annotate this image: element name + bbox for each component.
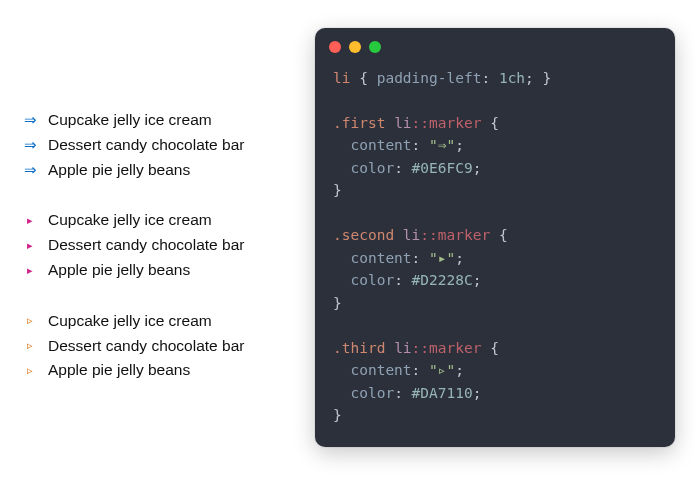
code-window: li { padding-left: 1ch; } .first li::mar…: [315, 28, 675, 447]
maximize-icon[interactable]: [369, 41, 381, 53]
rendered-lists: ⇒Cupcake jelly ice cream ⇒Dessert candy …: [22, 28, 292, 476]
list-item-label: Apple pie jelly beans: [48, 358, 190, 383]
list-item: ▸Apple pie jelly beans: [22, 258, 292, 283]
list-item: ▸Cupcake jelly ice cream: [22, 208, 292, 233]
list-item: ▹Dessert candy chocolate bar: [22, 334, 292, 359]
code-token-prop: content: [350, 250, 411, 266]
code-token-value: 1ch: [499, 70, 525, 86]
list-item: ⇒Cupcake jelly ice cream: [22, 108, 292, 133]
close-icon[interactable]: [329, 41, 341, 53]
code-token-prop: content: [350, 137, 411, 153]
list-item-label: Cupcake jelly ice cream: [48, 108, 212, 133]
list-item-label: Dessert candy chocolate bar: [48, 334, 244, 359]
code-token-selector: li: [403, 227, 420, 243]
code-token-value: #0E6FC9: [412, 160, 473, 176]
list-second: ▸Cupcake jelly ice cream ▸Dessert candy …: [22, 208, 292, 282]
code-token-selector: .third: [333, 340, 385, 356]
arrow-icon: ⇒: [22, 158, 38, 182]
code-token-selector: .first: [333, 115, 385, 131]
list-item: ▹Apple pie jelly beans: [22, 358, 292, 383]
list-third: ▹Cupcake jelly ice cream ▹Dessert candy …: [22, 309, 292, 383]
window-controls: [315, 28, 675, 63]
code-token-value: #D2228C: [412, 272, 473, 288]
list-item-label: Apple pie jelly beans: [48, 258, 190, 283]
code-token-string: "⇒": [429, 137, 455, 153]
code-token-pseudo: ::marker: [412, 115, 482, 131]
triangle-icon: ▸: [22, 237, 38, 255]
code-panel: li { padding-left: 1ch; } .first li::mar…: [312, 28, 678, 476]
list-item: ⇒Dessert candy chocolate bar: [22, 133, 292, 158]
code-token-prop: color: [350, 160, 394, 176]
list-item-label: Dessert candy chocolate bar: [48, 133, 244, 158]
triangle-icon: ▸: [22, 212, 38, 230]
list-item: ▸Dessert candy chocolate bar: [22, 233, 292, 258]
code-token-string: "▹": [429, 362, 455, 378]
list-first: ⇒Cupcake jelly ice cream ⇒Dessert candy …: [22, 108, 292, 182]
code-token-selector: li: [333, 70, 350, 86]
code-token-selector: .second: [333, 227, 394, 243]
code-token-pseudo: ::marker: [420, 227, 490, 243]
code-block: li { padding-left: 1ch; } .first li::mar…: [315, 63, 675, 427]
list-item: ▹Cupcake jelly ice cream: [22, 309, 292, 334]
list-item-label: Cupcake jelly ice cream: [48, 208, 212, 233]
code-token-value: #DA7110: [412, 385, 473, 401]
arrow-icon: ⇒: [22, 133, 38, 157]
arrow-icon: ⇒: [22, 108, 38, 132]
code-token-prop: padding-left: [377, 70, 482, 86]
code-token-prop: color: [350, 385, 394, 401]
triangle-outline-icon: ▹: [22, 337, 38, 355]
list-item-label: Cupcake jelly ice cream: [48, 309, 212, 334]
list-item-label: Dessert candy chocolate bar: [48, 233, 244, 258]
triangle-outline-icon: ▹: [22, 312, 38, 330]
code-token-prop: content: [350, 362, 411, 378]
triangle-outline-icon: ▹: [22, 362, 38, 380]
minimize-icon[interactable]: [349, 41, 361, 53]
code-token-string: "▸": [429, 250, 455, 266]
list-item-label: Apple pie jelly beans: [48, 158, 190, 183]
list-item: ⇒Apple pie jelly beans: [22, 158, 292, 183]
code-token-selector: li: [394, 340, 411, 356]
code-token-selector: li: [394, 115, 411, 131]
triangle-icon: ▸: [22, 262, 38, 280]
code-token-pseudo: ::marker: [412, 340, 482, 356]
code-token-prop: color: [350, 272, 394, 288]
